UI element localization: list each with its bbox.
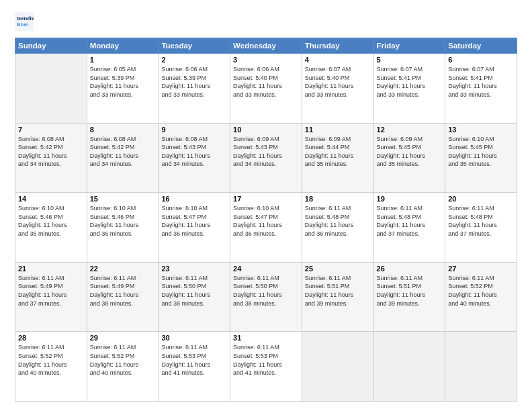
logo-icon: General Blue xyxy=(15,12,34,31)
day-number: 12 xyxy=(377,126,443,134)
cal-cell: 29Sunrise: 6:11 AM Sunset: 5:52 PM Dayli… xyxy=(87,332,159,402)
day-number: 16 xyxy=(161,195,227,203)
day-info: Sunrise: 6:10 AM Sunset: 5:45 PM Dayligh… xyxy=(448,135,514,169)
cal-cell: 12Sunrise: 6:09 AM Sunset: 5:45 PM Dayli… xyxy=(373,123,445,193)
day-number: 15 xyxy=(90,195,156,203)
day-number: 17 xyxy=(233,195,299,203)
day-info: Sunrise: 6:11 AM Sunset: 5:50 PM Dayligh… xyxy=(233,274,299,308)
day-info: Sunrise: 6:09 AM Sunset: 5:43 PM Dayligh… xyxy=(233,135,299,169)
day-number: 8 xyxy=(90,126,156,134)
svg-text:Blue: Blue xyxy=(17,21,29,28)
day-info: Sunrise: 6:06 AM Sunset: 5:39 PM Dayligh… xyxy=(161,65,227,99)
cal-cell: 23Sunrise: 6:11 AM Sunset: 5:50 PM Dayli… xyxy=(159,262,230,332)
day-info: Sunrise: 6:07 AM Sunset: 5:41 PM Dayligh… xyxy=(377,65,443,99)
day-info: Sunrise: 6:11 AM Sunset: 5:51 PM Dayligh… xyxy=(377,274,443,308)
cal-cell: 19Sunrise: 6:11 AM Sunset: 5:48 PM Dayli… xyxy=(373,193,445,263)
day-number: 14 xyxy=(18,195,84,203)
day-info: Sunrise: 6:11 AM Sunset: 5:52 PM Dayligh… xyxy=(18,343,84,377)
cal-cell: 26Sunrise: 6:11 AM Sunset: 5:51 PM Dayli… xyxy=(373,262,445,332)
day-info: Sunrise: 6:11 AM Sunset: 5:50 PM Dayligh… xyxy=(161,274,227,308)
day-number: 6 xyxy=(448,56,514,64)
day-number: 7 xyxy=(18,126,84,134)
day-number: 30 xyxy=(161,334,227,342)
day-number: 11 xyxy=(305,126,371,134)
header-thursday: Thursday xyxy=(302,38,373,54)
logo: General Blue xyxy=(15,12,36,31)
header-wednesday: Wednesday xyxy=(230,38,302,54)
day-number: 20 xyxy=(448,195,514,203)
day-number: 23 xyxy=(161,265,227,273)
day-number: 21 xyxy=(18,265,84,273)
day-number: 13 xyxy=(448,126,514,134)
day-number: 31 xyxy=(233,334,299,342)
cal-cell: 4Sunrise: 6:07 AM Sunset: 5:40 PM Daylig… xyxy=(302,54,373,124)
day-info: Sunrise: 6:08 AM Sunset: 5:42 PM Dayligh… xyxy=(18,135,84,169)
day-number: 19 xyxy=(377,195,443,203)
header-tuesday: Tuesday xyxy=(159,38,230,54)
day-number: 26 xyxy=(377,265,443,273)
day-info: Sunrise: 6:06 AM Sunset: 5:40 PM Dayligh… xyxy=(233,65,299,99)
day-number: 29 xyxy=(90,334,156,342)
day-info: Sunrise: 6:11 AM Sunset: 5:48 PM Dayligh… xyxy=(305,204,371,238)
cal-cell: 11Sunrise: 6:09 AM Sunset: 5:44 PM Dayli… xyxy=(302,123,373,193)
cal-cell: 17Sunrise: 6:10 AM Sunset: 5:47 PM Dayli… xyxy=(230,193,302,263)
day-info: Sunrise: 6:07 AM Sunset: 5:40 PM Dayligh… xyxy=(305,65,371,99)
day-number: 4 xyxy=(305,56,371,64)
cal-cell: 16Sunrise: 6:10 AM Sunset: 5:47 PM Dayli… xyxy=(159,193,230,263)
day-number: 27 xyxy=(448,265,514,273)
day-number: 18 xyxy=(305,195,371,203)
cal-cell: 27Sunrise: 6:11 AM Sunset: 5:52 PM Dayli… xyxy=(445,262,517,332)
cal-cell xyxy=(15,54,87,124)
cal-cell: 30Sunrise: 6:11 AM Sunset: 5:53 PM Dayli… xyxy=(159,332,230,402)
day-info: Sunrise: 6:11 AM Sunset: 5:52 PM Dayligh… xyxy=(448,274,514,308)
day-number: 22 xyxy=(90,265,156,273)
day-info: Sunrise: 6:11 AM Sunset: 5:52 PM Dayligh… xyxy=(90,343,156,377)
day-number: 5 xyxy=(377,56,443,64)
day-info: Sunrise: 6:11 AM Sunset: 5:48 PM Dayligh… xyxy=(377,204,443,238)
page: General Blue SundayMondayTuesdayWednesda… xyxy=(0,0,532,411)
day-info: Sunrise: 6:10 AM Sunset: 5:47 PM Dayligh… xyxy=(161,204,227,238)
header-saturday: Saturday xyxy=(445,38,517,54)
day-info: Sunrise: 6:11 AM Sunset: 5:51 PM Dayligh… xyxy=(305,274,371,308)
cal-cell: 20Sunrise: 6:11 AM Sunset: 5:48 PM Dayli… xyxy=(445,193,517,263)
cal-cell: 3Sunrise: 6:06 AM Sunset: 5:40 PM Daylig… xyxy=(230,54,302,124)
cal-cell xyxy=(302,332,373,402)
header-sunday: Sunday xyxy=(15,38,87,54)
cal-cell: 21Sunrise: 6:11 AM Sunset: 5:49 PM Dayli… xyxy=(15,262,87,332)
cal-cell: 8Sunrise: 6:08 AM Sunset: 5:42 PM Daylig… xyxy=(87,123,159,193)
cal-cell: 14Sunrise: 6:10 AM Sunset: 5:46 PM Dayli… xyxy=(15,193,87,263)
cal-cell: 5Sunrise: 6:07 AM Sunset: 5:41 PM Daylig… xyxy=(373,54,445,124)
day-number: 24 xyxy=(233,265,299,273)
day-info: Sunrise: 6:09 AM Sunset: 5:45 PM Dayligh… xyxy=(377,135,443,169)
day-number: 1 xyxy=(90,56,156,64)
day-info: Sunrise: 6:10 AM Sunset: 5:47 PM Dayligh… xyxy=(233,204,299,238)
day-info: Sunrise: 6:05 AM Sunset: 5:39 PM Dayligh… xyxy=(90,65,156,99)
cal-cell xyxy=(373,332,445,402)
cal-cell: 9Sunrise: 6:08 AM Sunset: 5:43 PM Daylig… xyxy=(159,123,230,193)
cal-cell: 10Sunrise: 6:09 AM Sunset: 5:43 PM Dayli… xyxy=(230,123,302,193)
day-info: Sunrise: 6:09 AM Sunset: 5:44 PM Dayligh… xyxy=(305,135,371,169)
day-info: Sunrise: 6:11 AM Sunset: 5:53 PM Dayligh… xyxy=(161,343,227,377)
cal-cell: 31Sunrise: 6:11 AM Sunset: 5:53 PM Dayli… xyxy=(230,332,302,402)
day-number: 9 xyxy=(161,126,227,134)
cal-cell: 6Sunrise: 6:07 AM Sunset: 5:41 PM Daylig… xyxy=(445,54,517,124)
header: General Blue xyxy=(15,12,517,31)
cal-cell xyxy=(445,332,517,402)
cal-cell: 28Sunrise: 6:11 AM Sunset: 5:52 PM Dayli… xyxy=(15,332,87,402)
cal-cell: 1Sunrise: 6:05 AM Sunset: 5:39 PM Daylig… xyxy=(87,54,159,124)
cal-cell: 13Sunrise: 6:10 AM Sunset: 5:45 PM Dayli… xyxy=(445,123,517,193)
day-info: Sunrise: 6:08 AM Sunset: 5:43 PM Dayligh… xyxy=(161,135,227,169)
header-monday: Monday xyxy=(87,38,159,54)
cal-cell: 7Sunrise: 6:08 AM Sunset: 5:42 PM Daylig… xyxy=(15,123,87,193)
day-info: Sunrise: 6:11 AM Sunset: 5:48 PM Dayligh… xyxy=(448,204,514,238)
day-info: Sunrise: 6:10 AM Sunset: 5:46 PM Dayligh… xyxy=(18,204,84,238)
day-info: Sunrise: 6:11 AM Sunset: 5:49 PM Dayligh… xyxy=(90,274,156,308)
calendar-table: SundayMondayTuesdayWednesdayThursdayFrid… xyxy=(15,38,517,402)
cal-cell: 18Sunrise: 6:11 AM Sunset: 5:48 PM Dayli… xyxy=(302,193,373,263)
day-number: 28 xyxy=(18,334,84,342)
day-number: 25 xyxy=(305,265,371,273)
day-number: 3 xyxy=(233,56,299,64)
header-friday: Friday xyxy=(373,38,445,54)
cal-cell: 15Sunrise: 6:10 AM Sunset: 5:46 PM Dayli… xyxy=(87,193,159,263)
cal-cell: 24Sunrise: 6:11 AM Sunset: 5:50 PM Dayli… xyxy=(230,262,302,332)
